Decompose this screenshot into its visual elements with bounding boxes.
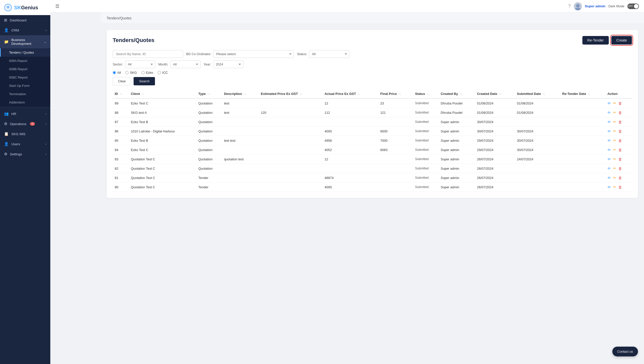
logo[interactable]: SKGenius <box>0 0 50 15</box>
view-icon[interactable]: 👁 <box>607 111 611 115</box>
edit-icon[interactable]: ✏ <box>613 157 616 161</box>
contact-us-button[interactable]: Contact us <box>612 347 638 356</box>
radio-icc[interactable]: ICC <box>158 71 168 75</box>
dashboard-icon: ⊞ <box>4 18 7 22</box>
table-row: 87Ezko Test BQuotationSubmittedSuper adm… <box>113 117 632 127</box>
hr-icon: 👥 <box>4 112 9 116</box>
delete-icon[interactable]: 🗑 <box>618 148 622 152</box>
help-icon[interactable]: ? <box>568 4 571 9</box>
delete-icon[interactable]: 🗑 <box>618 166 622 171</box>
search-input[interactable] <box>113 50 183 58</box>
sidebar-item-users[interactable]: 👤 Users › <box>0 139 50 149</box>
view-icon[interactable]: 👁 <box>607 157 611 161</box>
edit-icon[interactable]: ✏ <box>613 185 616 189</box>
table-row: 88SKG test AQuotationtest120112121Submit… <box>113 108 632 117</box>
action-icons: 👁 ✏ 🗑 <box>607 185 630 189</box>
action-icons: 👁 ✏ 🗑 <box>607 110 630 115</box>
edit-icon[interactable]: ✏ <box>613 120 616 124</box>
col-created-by[interactable]: Created By ↑↓ <box>439 89 475 98</box>
table-row: 89Ezko Test CQuotationtest1223SubmittedD… <box>113 98 632 108</box>
delete-icon[interactable]: 🗑 <box>618 129 622 133</box>
bd-coordinator-label: BD Co-Ordinator: <box>186 52 211 56</box>
sidebar-submenu-tenders-quotes[interactable]: Tenders / Quotes <box>0 48 50 57</box>
username-label[interactable]: Super admin <box>585 4 606 8</box>
bd-coordinator-select[interactable]: Please select <box>213 50 294 58</box>
edit-icon[interactable]: ✏ <box>613 175 616 180</box>
table-row: 82Quotation Test CQuotationSubmittedSupe… <box>113 164 632 173</box>
view-icon[interactable]: 👁 <box>607 101 611 105</box>
status-group: Status: All <box>297 50 349 58</box>
breadcrumb: Tenders/Quotes <box>101 13 644 24</box>
toggle-off-label: OFF <box>628 5 633 8</box>
delete-icon[interactable]: 🗑 <box>618 111 622 115</box>
status-badge: Submitted <box>415 166 429 171</box>
delete-icon[interactable]: 🗑 <box>618 176 622 180</box>
radio-all[interactable]: All <box>113 71 121 75</box>
view-icon[interactable]: 👁 <box>607 166 611 171</box>
sidebar-item-operations[interactable]: ⚙ Operations 0 › <box>0 119 50 129</box>
sidebar-item-crm[interactable]: 👤 CRM › <box>0 25 50 35</box>
sidebar-item-hr[interactable]: 👥 HR › <box>0 109 50 119</box>
retender-button[interactable]: Re-Tender <box>582 36 609 45</box>
month-label: Month: <box>158 62 168 66</box>
sidebar-item-settings[interactable]: ⚙ Settings › <box>0 149 50 159</box>
edit-icon[interactable]: ✏ <box>613 129 616 133</box>
year-select[interactable]: 2024 <box>213 60 243 68</box>
col-retender-date[interactable]: Re-Tender Date ↑↓ <box>560 89 606 98</box>
radio-ezko[interactable]: Ezko <box>141 71 153 75</box>
edit-icon[interactable]: ✏ <box>613 101 616 105</box>
status-select[interactable]: All <box>309 50 349 58</box>
sidebar-item-skg-ims[interactable]: 📋 SKG IMS <box>0 129 50 139</box>
delete-icon[interactable]: 🗑 <box>618 120 622 124</box>
col-description[interactable]: Description ↑↓ <box>222 89 259 98</box>
sidebar-item-label: Dashboard <box>10 18 26 22</box>
view-icon[interactable]: 👁 <box>607 138 611 143</box>
sidebar-submenu-addendum[interactable]: Addendum <box>0 98 50 106</box>
sidebar-submenu-startup-form[interactable]: Start Up Form <box>0 82 50 90</box>
radio-skg[interactable]: SKG <box>125 71 137 75</box>
search-button[interactable]: Search <box>134 77 155 85</box>
col-actual-price[interactable]: Actual Price Ex GST ↑↓ <box>323 89 378 98</box>
sidebar-submenu-008c[interactable]: 008C Report <box>0 73 50 82</box>
edit-icon[interactable]: ✏ <box>613 138 616 143</box>
delete-icon[interactable]: 🗑 <box>618 185 622 189</box>
col-type[interactable]: Type ↑↓ <box>196 89 222 98</box>
col-created-date[interactable]: Created Date ↑↓ <box>475 89 515 98</box>
filter-row-2: Sector: All Month: All Year: <box>113 60 632 68</box>
view-icon[interactable]: 👁 <box>607 185 611 189</box>
clear-button[interactable]: Clear <box>113 77 131 85</box>
sidebar-item-business-development[interactable]: 📁 Business Development ⌄ <box>0 35 50 48</box>
sidebar-item-dashboard[interactable]: ⊞ Dashboard <box>0 15 50 25</box>
sidebar-item-label: Users <box>11 142 20 146</box>
table-row: 85Ezko Test BQuotationtest test49587000S… <box>113 136 632 145</box>
col-client[interactable]: Client ↑↓ <box>129 89 196 98</box>
edit-icon[interactable]: ✏ <box>613 110 616 115</box>
sidebar-submenu-008a[interactable]: 008A Report <box>0 57 50 65</box>
delete-icon[interactable]: 🗑 <box>618 101 622 105</box>
col-submitted-date[interactable]: Submitted Date ↑↓ <box>515 89 560 98</box>
month-select[interactable]: All <box>170 60 200 68</box>
view-icon[interactable]: 👁 <box>607 129 611 133</box>
view-icon[interactable]: 👁 <box>607 148 611 152</box>
sector-select[interactable]: All <box>125 60 155 68</box>
year-label: Year: <box>204 62 211 66</box>
col-estimated-price[interactable]: Estimated Price Ex GST ↑↓ <box>259 89 323 98</box>
sidebar-submenu-008b[interactable]: 008B Report <box>0 65 50 73</box>
table-row: 83Quotation Test CQuotationquotation tes… <box>113 155 632 164</box>
delete-icon[interactable]: 🗑 <box>618 157 622 161</box>
create-button[interactable]: Create <box>611 36 632 45</box>
edit-icon[interactable]: ✏ <box>613 166 616 171</box>
col-id[interactable]: ID ↑↓ <box>113 89 129 98</box>
sidebar-submenu-termination[interactable]: Termination <box>0 90 50 98</box>
view-icon[interactable]: 👁 <box>607 176 611 180</box>
view-icon[interactable]: 👁 <box>607 120 611 124</box>
hamburger-menu-icon[interactable]: ☰ <box>55 4 59 9</box>
dark-mode-toggle[interactable]: OFF <box>627 4 639 9</box>
status-badge: Submitted <box>415 148 429 152</box>
delete-icon[interactable]: 🗑 <box>618 138 622 143</box>
col-final-price[interactable]: Final Price ↑↓ <box>378 89 413 98</box>
edit-icon[interactable]: ✏ <box>613 148 616 152</box>
business-dev-icon: 📁 <box>4 40 9 44</box>
action-icons: 👁 ✏ 🗑 <box>607 101 630 105</box>
col-status[interactable]: Status ↑↓ <box>413 89 439 98</box>
